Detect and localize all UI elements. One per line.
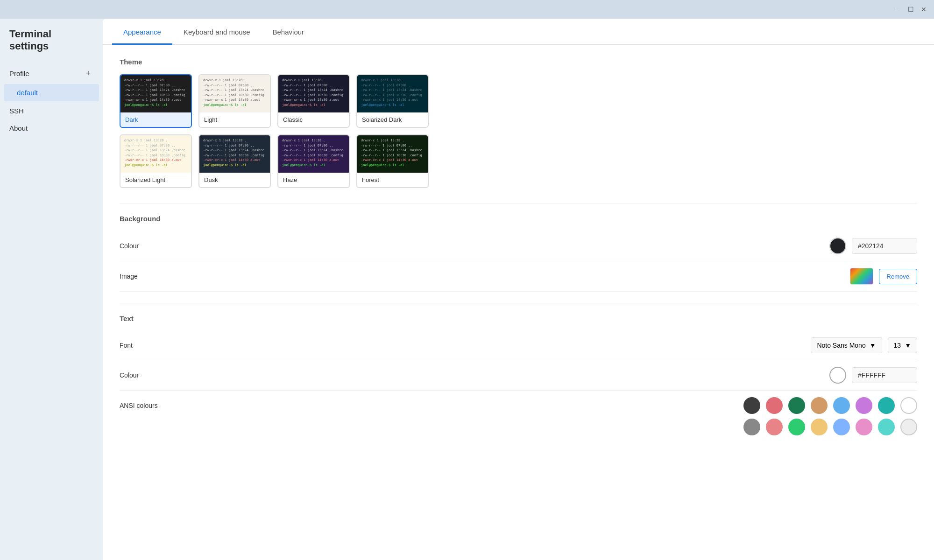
theme-light-preview: drwxr-x 1 joel 13:28 . -rw-r--r-- 1 jool… — [199, 75, 270, 112]
theme-dark[interactable]: drwxr-x 1 joel 13:28 . -rw-r--r-- 1 jool… — [120, 74, 192, 128]
ansi-colour-13[interactable] — [856, 419, 872, 435]
ansi-colour-3[interactable] — [811, 397, 828, 414]
background-section: Background Colour Image Remove — [120, 203, 917, 303]
theme-haze-preview: drwxr-x 1 joel 13:28 . -rw-r--r-- 1 jool… — [278, 135, 349, 173]
font-size-value: 13 — [894, 342, 901, 349]
remove-image-button[interactable]: Remove — [879, 269, 917, 284]
add-profile-button[interactable]: + — [83, 68, 93, 78]
theme-dark-preview: drwxr-x 1 joel 13:28 . -rw-r--r-- 1 jool… — [120, 75, 191, 112]
theme-light[interactable]: drwxr-x 1 joel 13:28 . -rw-r--r-- 1 jool… — [198, 74, 271, 128]
ansi-circles-row1 — [743, 397, 917, 414]
background-colour-controls — [829, 238, 917, 254]
ansi-colour-6[interactable] — [878, 397, 895, 414]
theme-solarized-dark-label: Solarized Dark — [357, 112, 428, 127]
font-row: Font Noto Sans Mono ▼ 13 ▼ — [120, 331, 917, 360]
ansi-section: ANSI colours — [120, 397, 917, 414]
titlebar: – ☐ ✕ — [0, 0, 934, 19]
app-title: Terminal settings — [0, 28, 103, 63]
background-colour-picker[interactable] — [829, 238, 846, 254]
theme-solarized-light[interactable]: drwxr-x 1 joel 13:28 . -rw-r--r-- 1 jool… — [120, 134, 192, 188]
profile-label: Profile — [9, 70, 29, 77]
close-button[interactable]: ✕ — [919, 5, 928, 14]
ansi-colour-9[interactable] — [766, 419, 783, 435]
theme-forest-label: Forest — [357, 173, 428, 187]
theme-solarized-dark[interactable]: drwxr-x 1 joel 13:28 . -rw-r--r-- 1 jool… — [356, 74, 429, 128]
theme-classic-label: Classic — [278, 112, 349, 127]
theme-light-label: Light — [199, 112, 270, 127]
theme-dusk-label: Dusk — [199, 173, 270, 187]
font-family-select[interactable]: Noto Sans Mono ▼ — [811, 337, 882, 353]
sidebar: Terminal settings Profile + default SSH … — [0, 19, 103, 560]
background-colour-input[interactable] — [852, 238, 917, 254]
content-scroll: Theme drwxr-x 1 joel 13:28 . -rw-r--r-- … — [103, 45, 934, 466]
sidebar-item-default[interactable]: default — [4, 84, 99, 101]
font-size-chevron: ▼ — [905, 342, 911, 349]
ansi-colour-5[interactable] — [856, 397, 872, 414]
ansi-colour-12[interactable] — [833, 419, 850, 435]
theme-haze[interactable]: drwxr-x 1 joel 13:28 . -rw-r--r-- 1 jool… — [277, 134, 350, 188]
content-area: Appearance Keyboard and mouse Behaviour … — [103, 19, 934, 560]
ansi-colour-11[interactable] — [811, 419, 828, 435]
ansi-colour-2[interactable] — [788, 397, 805, 414]
ansi-colours-row: ANSI colours — [120, 391, 917, 442]
theme-forest-preview: drwxr-x 1 joel 13:28 . -rw-r--r-- 1 jool… — [357, 135, 428, 173]
background-colour-row: Colour — [120, 231, 917, 261]
font-controls: Noto Sans Mono ▼ 13 ▼ — [811, 337, 917, 353]
text-colour-input[interactable] — [852, 367, 917, 383]
text-section-title: Text — [120, 315, 917, 322]
ansi-colour-4[interactable] — [833, 397, 850, 414]
background-colour-label: Colour — [120, 242, 176, 250]
ansi-colour-8[interactable] — [743, 419, 760, 435]
tab-appearance[interactable]: Appearance — [112, 19, 172, 45]
themes-grid: drwxr-x 1 joel 13:28 . -rw-r--r-- 1 jool… — [120, 74, 917, 188]
maximize-button[interactable]: ☐ — [906, 5, 915, 14]
minimize-button[interactable]: – — [893, 5, 902, 14]
text-colour-row: Colour — [120, 360, 917, 391]
ansi-circles-row2 — [120, 419, 917, 435]
ansi-colour-15[interactable] — [900, 419, 917, 435]
ansi-colours-label: ANSI colours — [120, 402, 158, 409]
theme-classic-preview: drwxr-x 1 joel 13:28 . -rw-r--r-- 1 jool… — [278, 75, 349, 112]
sidebar-item-ssh[interactable]: SSH — [0, 102, 103, 119]
theme-section-title: Theme — [120, 58, 917, 66]
tab-behaviour[interactable]: Behaviour — [262, 19, 316, 45]
font-family-value: Noto Sans Mono — [817, 342, 865, 349]
theme-solarized-light-label: Solarized Light — [120, 173, 191, 187]
theme-haze-label: Haze — [278, 173, 349, 187]
ansi-colour-10[interactable] — [788, 419, 805, 435]
sidebar-item-profile[interactable]: Profile + — [0, 63, 103, 83]
font-size-select[interactable]: 13 ▼ — [888, 337, 917, 353]
ansi-colour-1[interactable] — [766, 397, 783, 414]
theme-forest[interactable]: drwxr-x 1 joel 13:28 . -rw-r--r-- 1 jool… — [356, 134, 429, 188]
main-layout: Terminal settings Profile + default SSH … — [0, 19, 934, 560]
background-image-controls: Remove — [850, 268, 917, 285]
ansi-colour-7[interactable] — [900, 397, 917, 414]
font-family-chevron: ▼ — [870, 342, 876, 349]
theme-dusk-preview: drwxr-x 1 joel 13:28 . -rw-r--r-- 1 jool… — [199, 135, 270, 173]
font-label: Font — [120, 342, 176, 349]
background-image-preview[interactable] — [850, 268, 873, 285]
theme-dark-label: Dark — [120, 112, 191, 127]
ansi-colour-0[interactable] — [743, 397, 760, 414]
theme-solarized-dark-preview: drwxr-x 1 joel 13:28 . -rw-r--r-- 1 jool… — [357, 75, 428, 112]
theme-dusk[interactable]: drwxr-x 1 joel 13:28 . -rw-r--r-- 1 jool… — [198, 134, 271, 188]
text-colour-controls — [829, 367, 917, 384]
background-image-label: Image — [120, 273, 176, 280]
background-image-row: Image Remove — [120, 261, 917, 292]
text-colour-label: Colour — [120, 371, 176, 379]
theme-classic[interactable]: drwxr-x 1 joel 13:28 . -rw-r--r-- 1 jool… — [277, 74, 350, 128]
sidebar-item-about[interactable]: About — [0, 119, 103, 137]
text-colour-picker[interactable] — [829, 367, 846, 384]
text-section: Text Font Noto Sans Mono ▼ 13 ▼ — [120, 303, 917, 453]
tab-keyboard[interactable]: Keyboard and mouse — [172, 19, 262, 45]
tabs-bar: Appearance Keyboard and mouse Behaviour — [103, 19, 934, 45]
ansi-colour-14[interactable] — [878, 419, 895, 435]
background-section-title: Background — [120, 215, 917, 223]
theme-solarized-light-preview: drwxr-x 1 joel 13:28 . -rw-r--r-- 1 jool… — [120, 135, 191, 173]
